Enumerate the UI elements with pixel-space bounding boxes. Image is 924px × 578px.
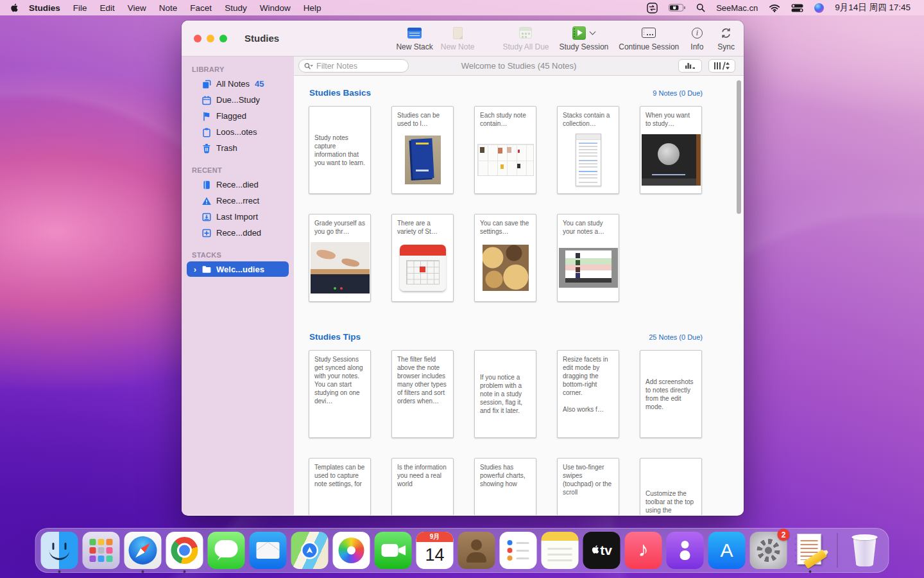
note-card[interactable]: You can save the settings… [474, 214, 536, 302]
sidebar-item-loosotes[interactable]: Loos...otes [182, 124, 294, 140]
sidebar-section-title: LIBRARY [182, 63, 294, 76]
sidebar-item-lastimport[interactable]: Last Import [182, 209, 294, 225]
toolbar-label: Study Session [560, 42, 609, 51]
dock-settings[interactable]: 2 [750, 532, 787, 569]
dock-appstore[interactable]: A [708, 532, 746, 569]
dock-podcasts[interactable] [667, 532, 704, 569]
battery-icon[interactable] [665, 4, 689, 12]
note-card[interactable]: Templates can be used to capture note se… [309, 458, 371, 515]
dock-chrome[interactable] [166, 532, 203, 569]
sidebar-item-label: All Notes [216, 79, 250, 89]
sidebar-item-recerrect[interactable]: Rece...rrect [182, 193, 294, 209]
sidebar-item-recedded[interactable]: Rece...dded [182, 225, 294, 241]
notes-icon [542, 532, 579, 569]
charts-button[interactable] [678, 59, 702, 73]
dock-finder[interactable] [41, 532, 78, 569]
note-text: Stacks contain a collection… [563, 111, 613, 128]
dock-reminders[interactable] [500, 532, 537, 569]
sidebar-item-recedied[interactable]: Rece...died [182, 177, 294, 193]
dock-notes[interactable] [542, 532, 579, 569]
music-icon [625, 532, 662, 569]
switch-input-icon[interactable] [644, 3, 661, 13]
note-card[interactable]: Resize facets in edit mode by dragging t… [557, 350, 619, 438]
sidebar-item-duestudy[interactable]: Due...Study [182, 92, 294, 108]
recently-added-icon [201, 227, 212, 238]
sync-button[interactable]: Sync [717, 25, 735, 51]
sidebar-item-flagged[interactable]: Flagged [182, 108, 294, 124]
dock-messages[interactable] [208, 532, 245, 569]
trash-lid-icon [852, 534, 878, 540]
continue-session-button[interactable]: Continue Session [619, 25, 679, 51]
dock-calendar[interactable]: 9月14 [416, 532, 454, 569]
note-card[interactable]: Customize the toolbar at the top using t… [640, 458, 702, 515]
close-button[interactable] [194, 35, 201, 42]
filter-notes-field[interactable] [298, 59, 409, 73]
network-name[interactable]: SeeMac.cn [713, 3, 761, 13]
menu-bar: StudiesFileEditViewNoteFacetStudyWindowH… [0, 0, 924, 15]
menu-item-edit[interactable]: Edit [94, 3, 121, 13]
note-grid-image [480, 130, 531, 189]
note-card[interactable]: You can study your notes a… [557, 214, 619, 302]
menu-item-file[interactable]: File [67, 3, 94, 13]
new-stack-button[interactable]: New Stack [396, 25, 432, 51]
dock-studies[interactable] [792, 532, 829, 569]
note-card[interactable]: Stacks contain a collection… [557, 106, 619, 194]
sidebar-item-welcudies[interactable]: Welc...udies [187, 261, 289, 277]
menu-item-note[interactable]: Note [153, 3, 184, 13]
menu-item-view[interactable]: View [121, 3, 153, 13]
apple-menu-icon[interactable] [10, 3, 19, 13]
minimize-button[interactable] [207, 35, 214, 42]
scrollbar[interactable] [737, 80, 741, 214]
menu-item-help[interactable]: Help [297, 3, 328, 13]
section-title[interactable]: Studies Basics [309, 88, 371, 98]
dock-photos[interactable] [333, 532, 370, 569]
note-card[interactable]: Add screenshots to notes directly from t… [640, 350, 702, 438]
sidebar-item-trash[interactable]: Trash [182, 140, 294, 156]
search-input[interactable] [316, 62, 403, 71]
dock-facetime[interactable] [375, 532, 412, 569]
new-note-button[interactable]: New Note [441, 25, 475, 51]
menu-item-window[interactable]: Window [253, 3, 297, 13]
note-card[interactable]: Grade yourself as you go thr… [309, 214, 371, 302]
note-card[interactable]: Is the information you need a real world [391, 458, 454, 515]
note-card[interactable]: The filter field above the note browser … [391, 350, 454, 438]
toolbar-label: New Stack [396, 42, 432, 51]
dock-maps[interactable] [291, 532, 329, 569]
note-text: Each study note contain… [480, 111, 531, 128]
section-title[interactable]: Studies Tips [309, 332, 361, 342]
dock-contacts[interactable] [458, 532, 495, 569]
note-card[interactable]: Study Sessions get synced along with you… [309, 350, 371, 438]
menu-item-studies[interactable]: Studies [20, 3, 67, 13]
wifi-icon[interactable] [766, 4, 783, 12]
menu-item-study[interactable]: Study [218, 3, 253, 13]
spotlight-icon[interactable] [693, 3, 708, 12]
siri-icon[interactable] [811, 3, 827, 13]
sidebar-item-allnotes[interactable]: All Notes45 [182, 76, 294, 92]
note-card[interactable]: Study notes capture information that you… [309, 106, 371, 194]
dock-trash[interactable] [846, 532, 884, 569]
note-card[interactable]: Studies can be used to l… [391, 106, 454, 194]
dock-appletv[interactable]: tv [583, 532, 620, 569]
columns-sort-button[interactable] [708, 59, 735, 73]
note-card[interactable]: Each study note contain… [474, 106, 536, 194]
note-card[interactable]: Use two-finger swipes (touchpad) or the … [557, 458, 619, 515]
note-card[interactable]: When you want to study… [640, 106, 702, 194]
note-card[interactable]: Studies has powerful charts, showing how [474, 458, 536, 515]
info-button[interactable]: iInfo [690, 25, 703, 51]
dock-mail[interactable] [250, 532, 287, 569]
menu-bar-clock[interactable]: 9月14日 周四 17:45 [832, 2, 914, 13]
study-session-button[interactable]: Study Session [560, 25, 609, 51]
study-all-due-button[interactable]: Study All Due [502, 25, 549, 51]
dock-launchpad[interactable] [83, 532, 120, 569]
sidebar-item-label: Rece...dded [216, 228, 261, 238]
dock-music[interactable] [625, 532, 662, 569]
dock-safari[interactable] [124, 532, 162, 569]
zoom-button[interactable] [219, 35, 227, 42]
chevron-down-icon[interactable] [590, 28, 596, 35]
disclosure-chevron-icon[interactable] [191, 265, 200, 274]
control-center-icon[interactable] [788, 4, 807, 12]
note-card[interactable]: There are a variety of St… [391, 214, 454, 302]
menu-item-facet[interactable]: Facet [184, 3, 218, 13]
sync-icon [720, 25, 732, 40]
note-card[interactable]: If you notice a problem with a note in a… [474, 350, 536, 438]
